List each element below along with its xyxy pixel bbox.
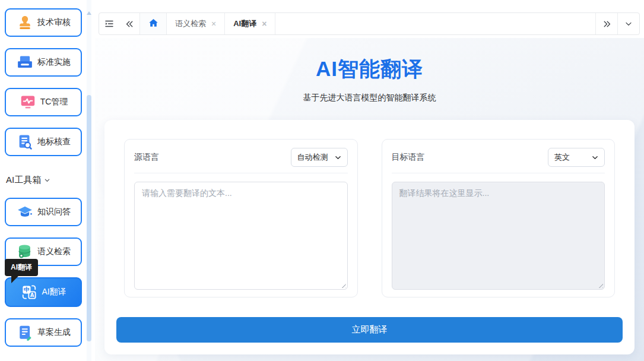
language-panels: 源语言 自动检测 目标语言 英文: [124, 139, 615, 297]
sidebar-item-label: 语义检索: [37, 246, 71, 257]
svg-text:A: A: [30, 292, 34, 298]
tab-menu-chevron-down-icon[interactable]: [617, 13, 639, 34]
sidebar-item-label: 草案生成: [37, 327, 71, 338]
source-language-selected-value: 自动检测: [297, 152, 328, 163]
home-icon: [148, 17, 159, 31]
sidebar-item-label: TC管理: [40, 97, 68, 107]
tab-ai-translate[interactable]: AI翻译 ×: [225, 13, 275, 34]
close-icon[interactable]: ×: [211, 20, 216, 28]
draft-document-icon: [16, 324, 34, 341]
source-text-input[interactable]: [134, 182, 348, 290]
translator-card: 源语言 自动检测 目标语言 英文: [104, 120, 635, 354]
sidebar-item-draft-generation[interactable]: 草案生成: [5, 318, 82, 347]
target-language-label: 目标语言: [392, 152, 425, 163]
main-column: 语义检索 × AI翻译 × AI智能翻译 基于先进大语言模型的智能翻译系统: [95, 0, 644, 361]
chevron-down-icon: [44, 175, 50, 185]
database-search-icon: [16, 243, 34, 261]
sidebar-item-label: 标准实施: [37, 57, 71, 68]
translate-button[interactable]: 立即翻译: [116, 317, 623, 343]
tab-bar-spacer: [275, 13, 595, 34]
sidebar-item-label: 地标核查: [37, 137, 71, 147]
menu-fold-icon[interactable]: [99, 13, 119, 34]
tab-bar: 语义检索 × AI翻译 ×: [99, 12, 640, 35]
tab-label: 语义检索: [175, 18, 206, 29]
sidebar-item-label: 知识问答: [37, 207, 71, 217]
target-panel-header: 目标语言 英文: [392, 148, 605, 173]
source-language-label: 源语言: [134, 152, 159, 163]
target-panel: 目标语言 英文: [382, 139, 616, 297]
sidebar-section-ai-toolbox[interactable]: AI工具箱: [6, 173, 95, 187]
translation-result-output[interactable]: [392, 182, 605, 290]
target-language-selected-value: 英文: [554, 152, 570, 163]
tab-label: AI翻译: [233, 18, 256, 29]
content-area: AI智能翻译 基于先进大语言模型的智能翻译系统 源语言 自动检测: [95, 38, 644, 361]
source-panel: 源语言 自动检测: [124, 139, 358, 297]
printer-icon: [16, 53, 34, 71]
home-button[interactable]: [139, 13, 167, 34]
sidebar-item-standard-implementation[interactable]: 标准实施: [5, 48, 82, 77]
monitor-pulse-icon: [19, 93, 37, 111]
sidebar: 技术审核 标准实施 TC管理 地标核查 AI工具箱 知识问答 语义检索: [0, 0, 95, 361]
sidebar-item-landmark-check[interactable]: 地标核查: [5, 128, 82, 156]
sidebar-section-label: AI工具箱: [6, 175, 41, 186]
document-search-icon: [16, 133, 34, 151]
sidebar-item-tc-management[interactable]: TC管理: [5, 88, 82, 116]
tab-semantic-search[interactable]: 语义检索 ×: [167, 13, 225, 34]
scroll-up-arrow-icon[interactable]: [87, 9, 91, 15]
source-panel-header: 源语言 自动检测: [134, 148, 348, 173]
ai-translate-tooltip: AI翻译: [5, 259, 38, 276]
sidebar-item-label: AI翻译: [42, 287, 66, 297]
graduation-cap-icon: [16, 203, 34, 221]
page-title: AI智能翻译: [95, 56, 644, 82]
hero-section: AI智能翻译 基于先进大语言模型的智能翻译系统: [95, 38, 644, 103]
chevrons-left-icon[interactable]: [119, 13, 139, 34]
sidebar-item-label: 技术审核: [37, 17, 71, 28]
chevrons-right-icon[interactable]: [595, 13, 617, 34]
source-language-select[interactable]: 自动检测: [291, 148, 348, 167]
translate-icon: 中A: [20, 283, 38, 301]
chevron-down-icon: [335, 154, 341, 161]
sidebar-scrollbar-thumb[interactable]: [87, 95, 91, 341]
close-icon[interactable]: ×: [262, 20, 267, 28]
stamp-icon: [16, 14, 34, 31]
chevron-down-icon: [592, 154, 598, 161]
sidebar-item-tech-review[interactable]: 技术审核: [5, 8, 82, 37]
page-subtitle: 基于先进大语言模型的智能翻译系统: [95, 91, 644, 103]
target-language-select[interactable]: 英文: [548, 148, 605, 167]
topbar-strip: 语义检索 × AI翻译 ×: [95, 0, 644, 38]
sidebar-item-knowledge-qa[interactable]: 知识问答: [5, 198, 82, 226]
